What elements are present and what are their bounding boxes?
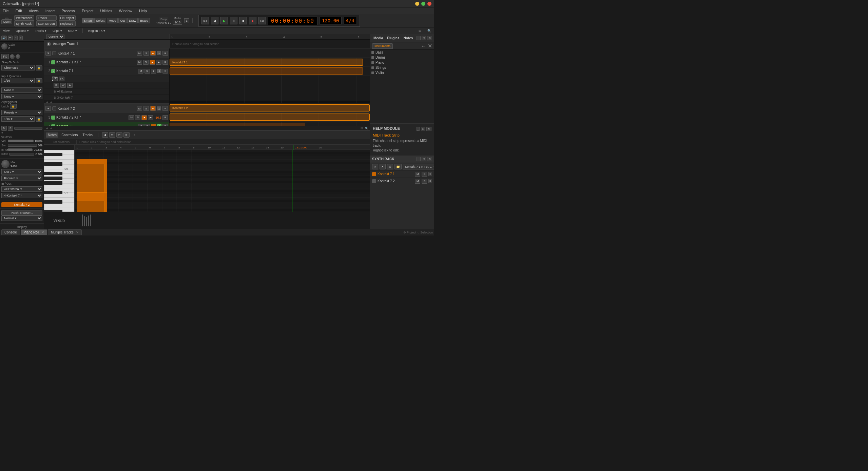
- extra-r[interactable]: R: [54, 83, 59, 88]
- view-btn[interactable]: View: [1, 28, 11, 33]
- sr-folder[interactable]: 📁: [394, 164, 402, 169]
- inst-violin[interactable]: Violin: [370, 70, 434, 75]
- rp-tab-notes[interactable]: Notes: [402, 36, 414, 41]
- synth2-m[interactable]: M: [415, 179, 420, 184]
- synth-item-1[interactable]: Kontakt 7 1 M S ≡: [370, 171, 434, 178]
- group2-clip[interactable]: Kontakt 7 2: [170, 104, 370, 111]
- normal-select[interactable]: Normal ▾: [1, 216, 42, 221]
- sub-fx[interactable]: FX: [59, 77, 64, 81]
- tracks-button[interactable]: Tracks: [36, 15, 57, 21]
- synth2-more[interactable]: ≡: [428, 179, 432, 183]
- clip4[interactable]: [170, 123, 305, 126]
- pr-tool4[interactable]: ≡: [123, 132, 130, 138]
- lc-btn1[interactable]: 🔊: [1, 36, 7, 40]
- group2-s[interactable]: S: [143, 106, 149, 111]
- help-maximize[interactable]: □: [421, 127, 425, 131]
- synth2-s[interactable]: S: [422, 179, 427, 184]
- t1-play[interactable]: ▶: [156, 60, 161, 65]
- inst-bass[interactable]: Bass: [370, 50, 434, 55]
- tool-draw[interactable]: Draw: [127, 18, 138, 23]
- sub-clips[interactable]: Clips ▾: [52, 77, 58, 81]
- close-button[interactable]: [427, 2, 431, 6]
- preferences-button[interactable]: Preferences: [14, 15, 34, 21]
- custom-select[interactable]: Custom: [46, 35, 64, 39]
- latch-btn[interactable]: 🔒: [10, 104, 17, 109]
- vel-slider[interactable]: [8, 140, 34, 142]
- tool-cut[interactable]: Cut: [118, 18, 127, 23]
- t2-midi-in[interactable]: ⊕: [157, 69, 161, 73]
- resolution-select[interactable]: 1/16 ▾: [1, 116, 35, 122]
- tracks-view-btn[interactable]: Tracks ▾: [33, 28, 48, 33]
- group1-arrow[interactable]: ▲: [157, 51, 161, 55]
- s-btn[interactable]: S: [8, 126, 13, 131]
- extra-w[interactable]: W: [60, 83, 66, 88]
- res-lock[interactable]: 🔒: [36, 117, 42, 122]
- pr-note-4[interactable]: [77, 201, 104, 212]
- group2-arrow[interactable]: ▲: [157, 106, 161, 110]
- beats-select[interactable]: 3: [184, 18, 189, 23]
- swing-slider[interactable]: [8, 144, 37, 147]
- arp-mode-select[interactable]: None ▾: [1, 94, 42, 99]
- group1-m[interactable]: M: [137, 51, 142, 56]
- group2-collapse[interactable]: ▼: [45, 106, 51, 111]
- quantize-lock[interactable]: 🔒: [36, 78, 42, 83]
- group2-arm[interactable]: ●: [150, 106, 156, 111]
- rp-tool1[interactable]: ←: [421, 43, 426, 49]
- all-external-select[interactable]: All External ▾: [1, 186, 42, 192]
- clips-btn[interactable]: Clips ▾: [51, 28, 64, 33]
- synth1-more[interactable]: ≡: [428, 172, 432, 176]
- pr-tool1[interactable]: ◀: [102, 132, 108, 138]
- oct-select[interactable]: Oct 2 ▾: [1, 169, 42, 175]
- vol-slider[interactable]: [14, 127, 42, 130]
- t3-more[interactable]: ≡: [162, 115, 168, 120]
- rp-tab-plugins[interactable]: Plugins: [386, 36, 401, 41]
- arr-zoom-out[interactable]: 🔍: [365, 127, 368, 130]
- t3-s[interactable]: S: [135, 115, 140, 120]
- transport-rewind[interactable]: ⏮: [201, 17, 209, 24]
- rp-close2[interactable]: ✕: [428, 43, 432, 49]
- arpeggiator-select[interactable]: None ▾: [1, 87, 42, 93]
- sr-close[interactable]: ✕: [427, 157, 432, 161]
- options-btn[interactable]: Options ▾: [14, 28, 31, 33]
- sr-minimize[interactable]: _: [417, 157, 421, 161]
- rp-minimize[interactable]: _: [417, 36, 421, 40]
- help-close[interactable]: ✕: [426, 127, 431, 131]
- open-button[interactable]: Open: [1, 19, 12, 24]
- t2-s[interactable]: S: [144, 69, 150, 74]
- group1-collapse[interactable]: ▼: [45, 51, 51, 56]
- midi-btn[interactable]: MIDI ▾: [66, 28, 79, 33]
- sr-maximize[interactable]: □: [422, 157, 426, 161]
- t1-m[interactable]: M: [137, 60, 142, 65]
- sr-gear[interactable]: ⚙: [387, 164, 393, 169]
- menu-process[interactable]: Process: [60, 8, 76, 14]
- maximize-button[interactable]: [421, 2, 425, 6]
- tab-piano-roll-close[interactable]: ✕: [41, 230, 44, 234]
- transport-prev[interactable]: ◀: [211, 17, 218, 24]
- t3-play[interactable]: ▶: [148, 115, 153, 120]
- clip3[interactable]: [170, 114, 370, 121]
- fx-button[interactable]: FX: [1, 54, 9, 59]
- lc-btn3[interactable]: ≡: [14, 36, 18, 40]
- mix-knob[interactable]: [1, 160, 9, 168]
- zoom-fit[interactable]: ⊞: [417, 28, 423, 33]
- direction-select[interactable]: Forward ▾: [1, 176, 42, 181]
- snap-button[interactable]: Snap: [159, 17, 169, 21]
- synth-rack-button[interactable]: Synth Rack: [14, 21, 34, 26]
- tab-console[interactable]: Console: [1, 229, 20, 235]
- zoom-in[interactable]: 🔍: [426, 28, 433, 33]
- tab-multiple-tracks[interactable]: Multiple Tracks ✕: [48, 229, 81, 235]
- menu-insert[interactable]: Insert: [44, 8, 56, 14]
- rp-tab-media[interactable]: Media: [372, 36, 384, 41]
- selection-radio[interactable]: ○ Selection: [418, 231, 433, 234]
- project-radio[interactable]: ⊙ Project: [403, 231, 417, 234]
- inst-piano[interactable]: Piano: [370, 60, 434, 65]
- arr-expand[interactable]: ◄: [45, 127, 48, 130]
- bpm-slider[interactable]: [8, 148, 33, 151]
- presets-select[interactable]: Presets ▾: [1, 110, 42, 115]
- tool-erase[interactable]: Erase: [138, 18, 150, 23]
- pr-tool2[interactable]: ✏: [109, 132, 115, 138]
- synth-dropdown[interactable]: Kontakt 7 1 KT st. 1: [403, 164, 434, 169]
- scale-lock[interactable]: 🔒: [36, 65, 42, 70]
- t3-m[interactable]: M: [129, 115, 134, 120]
- transport-stop[interactable]: ■: [239, 17, 247, 24]
